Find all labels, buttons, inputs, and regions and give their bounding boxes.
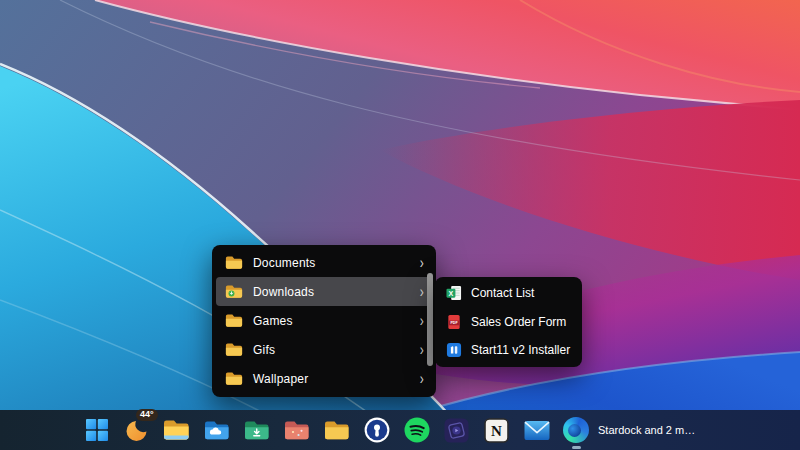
chevron-right-icon: ›	[419, 255, 423, 271]
folder-icon	[225, 313, 243, 328]
menu-item-downloads[interactable]: Downloads ›	[216, 277, 432, 306]
spotify-icon	[404, 417, 430, 443]
menu-item-label: Gifs	[253, 343, 419, 357]
submenu-item-label: Start11 v2 Installer	[471, 343, 570, 357]
menu-item-label: Documents	[253, 256, 419, 270]
purple-app-button[interactable]	[443, 413, 470, 447]
submenu-item-sales-order-form[interactable]: PDF Sales Order Form	[439, 308, 578, 337]
menu-item-label: Games	[253, 314, 419, 328]
edge-window-button[interactable]: Stardock and 2 m…	[563, 413, 701, 447]
mail-envelope-icon	[524, 420, 550, 441]
menu-item-label: Downloads	[253, 285, 419, 299]
temperature-badge: 44°	[136, 409, 158, 421]
downloads-folder-button[interactable]	[243, 413, 270, 447]
pdf-file-icon: PDF	[446, 314, 462, 330]
menu-item-games[interactable]: Games ›	[216, 306, 432, 335]
taskbar: 44°	[0, 410, 800, 450]
download-folder-icon	[244, 420, 270, 441]
edge-icon	[563, 417, 589, 443]
submenu-item-label: Sales Order Form	[471, 315, 566, 329]
pictures-folder-button[interactable]	[283, 413, 310, 447]
menu-item-gifs[interactable]: Gifs ›	[216, 335, 432, 364]
desktop: Documents › Downloads › Games ›	[0, 0, 800, 450]
submenu-item-contact-list[interactable]: X Contact List	[439, 279, 578, 308]
svg-text:N: N	[491, 423, 502, 439]
1password-keyhole-icon	[364, 417, 390, 443]
purple-app-icon	[444, 418, 469, 443]
notion-icon: N	[484, 418, 509, 443]
spotify-button[interactable]	[403, 413, 430, 447]
menu-scrollbar-thumb[interactable]	[427, 273, 433, 366]
folder-icon	[324, 420, 350, 441]
notion-button[interactable]: N	[483, 413, 510, 447]
yellow-folder-button[interactable]	[323, 413, 350, 447]
svg-text:X: X	[449, 290, 454, 297]
windows-logo-icon	[86, 419, 108, 441]
chevron-right-icon: ›	[419, 342, 423, 358]
start11-icon	[446, 342, 462, 358]
excel-file-icon: X	[446, 285, 462, 301]
chevron-right-icon: ›	[419, 313, 423, 329]
menu-item-label: Wallpaper	[253, 372, 419, 386]
svg-text:PDF: PDF	[450, 321, 458, 325]
1password-button[interactable]	[363, 413, 390, 447]
submenu-item-start11-installer[interactable]: Start11 v2 Installer	[439, 336, 578, 365]
weather-widget[interactable]: 44°	[123, 413, 150, 447]
menu-item-documents[interactable]: Documents ›	[216, 248, 432, 277]
onedrive-folder-button[interactable]	[203, 413, 230, 447]
menu-item-wallpaper[interactable]: Wallpaper ›	[216, 364, 432, 393]
chevron-right-icon: ›	[419, 371, 423, 387]
start-button[interactable]	[83, 413, 110, 447]
active-window-indicator	[572, 446, 581, 449]
file-explorer-button[interactable]	[163, 413, 190, 447]
folder-icon	[225, 342, 243, 357]
file-explorer-folder-icon	[163, 419, 190, 441]
chevron-right-icon: ›	[419, 284, 423, 300]
open-window-title: Stardock and 2 m…	[598, 424, 695, 436]
downloads-submenu: X Contact List PDF Sales Order Form Star…	[435, 277, 582, 367]
folder-icon	[225, 371, 243, 386]
mail-button[interactable]	[523, 413, 550, 447]
submenu-item-label: Contact List	[471, 286, 534, 300]
cloud-folder-icon	[204, 420, 230, 441]
folder-icon	[225, 255, 243, 270]
folder-download-icon	[225, 284, 243, 299]
clear-night-moon-icon	[125, 418, 149, 442]
folder-menu: Documents › Downloads › Games ›	[212, 245, 436, 397]
pictures-folder-icon	[284, 420, 310, 441]
